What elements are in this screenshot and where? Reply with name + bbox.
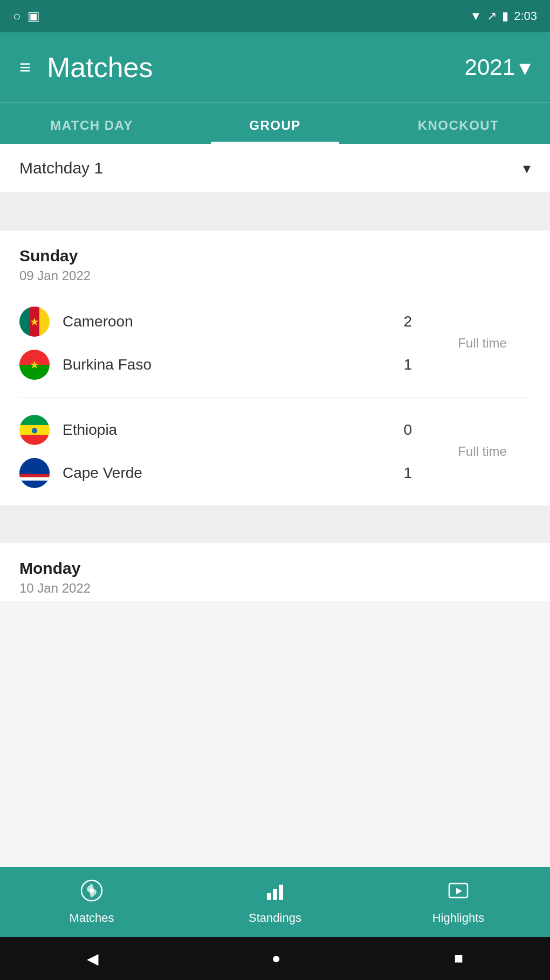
matchday-selector[interactable]: Matchday 1 ▾ — [0, 144, 550, 193]
year-selector[interactable]: 2021 ▾ — [465, 54, 531, 81]
day-date-sunday: 09 Jan 2022 — [19, 268, 531, 283]
android-nav-bar: ◀ ● ■ — [0, 937, 550, 980]
highlights-nav-label: Highlights — [432, 911, 485, 925]
team-score-burkina: 1 — [396, 356, 412, 373]
status-icon-circle: ○ — [13, 9, 21, 24]
team-name-ethiopia: Ethiopia — [63, 421, 396, 439]
bottom-nav: Matches Standings Highlights — [0, 867, 550, 937]
team-row-capeverde: Cape Verde 1 — [19, 451, 412, 495]
android-back-btn[interactable]: ◀ — [87, 950, 99, 968]
android-recent-btn[interactable]: ■ — [454, 950, 463, 967]
bottom-spacer — [0, 601, 550, 714]
status-bar-right: ▼ ↗ ▮ 2:03 — [470, 9, 537, 23]
app-title: Matches — [47, 51, 153, 84]
status-icon-clipboard: ▣ — [28, 9, 40, 24]
svg-marker-6 — [456, 888, 462, 894]
flag-cape-verde — [19, 458, 50, 488]
match-row-cameroon-burkina[interactable]: Cameroon 2 Burkina Faso 1 Full time — [19, 289, 531, 397]
wifi-icon: ▼ — [470, 9, 482, 23]
standings-nav-label: Standings — [249, 911, 301, 925]
tabs-bar: MATCH DAY GROUP KNOCKOUT — [0, 102, 550, 144]
match-teams-1: Cameroon 2 Burkina Faso 1 — [19, 300, 423, 386]
match-status-2: Full time — [423, 408, 531, 495]
day-name-monday: Monday — [19, 559, 531, 578]
section-divider-mid — [0, 505, 550, 543]
android-home-btn[interactable]: ● — [272, 950, 281, 967]
team-score-capeverde: 1 — [396, 464, 412, 482]
matches-group-sunday: Cameroon 2 Burkina Faso 1 Full time Ethi… — [0, 289, 550, 505]
svg-rect-3 — [273, 889, 277, 900]
day-date-monday: 10 Jan 2022 — [19, 581, 531, 596]
team-name-capeverde: Cape Verde — [63, 464, 396, 482]
standings-nav-icon — [264, 879, 286, 907]
battery-icon: ▮ — [502, 9, 508, 23]
app-bar: ≡ Matches 2021 ▾ — [0, 32, 550, 102]
svg-point-1 — [90, 888, 94, 893]
nav-item-standings[interactable]: Standings — [183, 867, 367, 937]
team-row-burkina: Burkina Faso 1 — [19, 343, 412, 386]
nav-item-matches[interactable]: Matches — [0, 867, 183, 937]
team-row-ethiopia: Ethiopia 0 — [19, 408, 412, 451]
matchday-label: Matchday 1 — [19, 159, 103, 177]
chevron-down-icon: ▾ — [523, 159, 531, 177]
day-name-sunday: Sunday — [19, 247, 531, 265]
matches-nav-label: Matches — [69, 911, 114, 925]
year-dropdown-icon: ▾ — [519, 54, 531, 81]
highlights-nav-icon — [447, 879, 470, 907]
signal-icon: ↗ — [487, 9, 497, 23]
tab-knockout[interactable]: KNOCKOUT — [367, 103, 550, 144]
svg-rect-4 — [279, 885, 283, 900]
team-row-cameroon: Cameroon 2 — [19, 300, 412, 343]
status-time: 2:03 — [514, 9, 537, 23]
status-text-2: Full time — [458, 444, 507, 459]
flag-cameroon — [19, 307, 50, 337]
team-name-cameroon: Cameroon — [63, 313, 396, 330]
app-bar-left: ≡ Matches — [19, 51, 153, 84]
flag-ethiopia — [19, 415, 50, 445]
match-row-ethiopia-capeverde[interactable]: Ethiopia 0 Cape Verde 1 Full time — [19, 397, 531, 505]
team-score-ethiopia: 0 — [396, 421, 412, 439]
day-header-monday: Monday 10 Jan 2022 — [0, 543, 550, 601]
year-value: 2021 — [465, 54, 515, 80]
status-bar: ○ ▣ ▼ ↗ ▮ 2:03 — [0, 0, 550, 32]
matches-nav-icon — [80, 879, 103, 907]
svg-rect-2 — [267, 893, 271, 900]
tab-group[interactable]: GROUP — [183, 103, 367, 144]
match-teams-2: Ethiopia 0 Cape Verde 1 — [19, 408, 423, 495]
section-divider-top — [0, 193, 550, 231]
day-header-sunday: Sunday 09 Jan 2022 — [0, 231, 550, 289]
team-name-burkina: Burkina Faso — [63, 356, 396, 373]
nav-item-highlights[interactable]: Highlights — [367, 867, 550, 937]
hamburger-menu-icon[interactable]: ≡ — [19, 56, 31, 79]
flag-burkina-faso — [19, 350, 50, 380]
tab-matchday[interactable]: MATCH DAY — [0, 103, 183, 144]
match-status-1: Full time — [423, 300, 531, 386]
status-text-1: Full time — [458, 336, 507, 351]
status-bar-left: ○ ▣ — [13, 9, 40, 24]
team-score-cameroon: 2 — [396, 313, 412, 330]
